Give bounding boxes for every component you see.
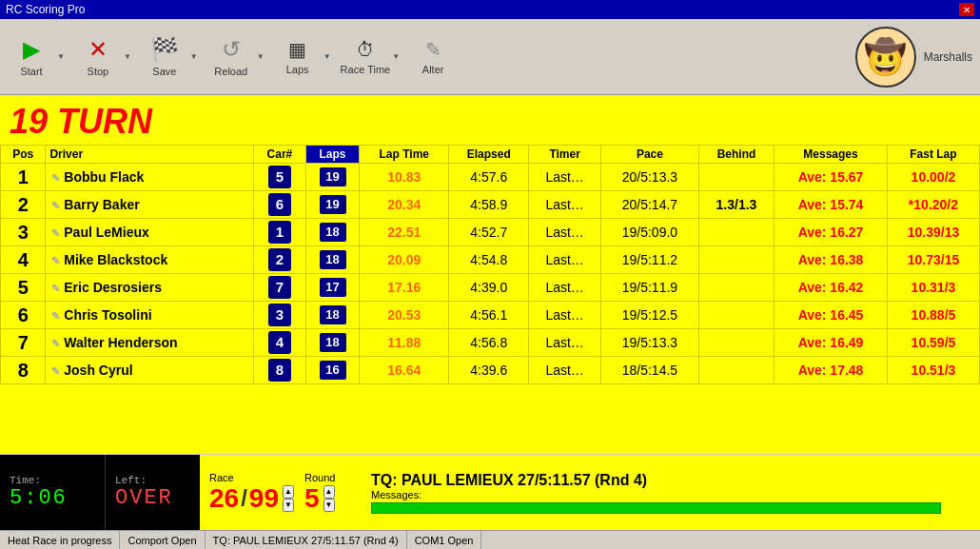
col-laps: Laps bbox=[305, 146, 360, 164]
edit-icon[interactable]: ✎ bbox=[51, 255, 60, 266]
edit-icon[interactable]: ✎ bbox=[51, 172, 60, 184]
laps-badge: 19 bbox=[320, 195, 346, 214]
col-pace: Pace bbox=[600, 146, 698, 164]
cell-fastlap: 10.39/13 bbox=[887, 219, 979, 246]
col-fastlap: Fast Lap bbox=[887, 146, 979, 164]
cell-pace: 20/5:13.3 bbox=[600, 164, 698, 191]
messages-label: Messages: bbox=[371, 489, 970, 500]
car-badge: 6 bbox=[268, 193, 291, 216]
table-row: 5✎ Eric Desrosiers71717.164:39.0Last…19/… bbox=[1, 274, 980, 302]
reload-button[interactable]: ↺ Reload bbox=[207, 36, 255, 77]
race-slash: / bbox=[241, 485, 247, 512]
tq-text: TQ: PAUL LEMIEUX 27/5:11.57 (Rnd 4) bbox=[371, 472, 970, 489]
reload-icon: ↺ bbox=[222, 36, 241, 63]
cell-elapsed: 4:57.6 bbox=[449, 164, 529, 191]
cell-driver: ✎ Chris Tosolini bbox=[46, 302, 254, 329]
round-up-button[interactable]: ▲ bbox=[323, 485, 335, 499]
cell-fastlap: 10.88/5 bbox=[887, 302, 979, 329]
cell-driver: ✎ Eric Desrosiers bbox=[46, 274, 254, 302]
left-display: Left: OVER bbox=[105, 455, 200, 530]
round-counter-display: Round 5 ▲ ▼ bbox=[295, 455, 362, 530]
stop-icon: ✕ bbox=[88, 36, 108, 63]
round-value: 5 bbox=[304, 483, 320, 514]
car-badge: 3 bbox=[268, 304, 291, 326]
cell-laps: 19 bbox=[305, 164, 360, 191]
cell-fastlap: *10.20/2 bbox=[887, 191, 979, 219]
race-down-button[interactable]: ▼ bbox=[283, 499, 294, 512]
cell-carnum: 1 bbox=[254, 219, 306, 246]
table-row: 7✎ Walter Henderson41811.884:56.8Last…19… bbox=[1, 329, 980, 357]
cell-laptime: 20.53 bbox=[360, 302, 449, 329]
race-time-dropdown-arrow[interactable]: ▼ bbox=[392, 52, 400, 61]
marshalls-label: Marshalls bbox=[924, 50, 972, 64]
edit-icon[interactable]: ✎ bbox=[51, 227, 60, 239]
cell-carnum: 5 bbox=[254, 164, 306, 191]
cell-laps: 18 bbox=[305, 219, 360, 246]
cell-behind bbox=[698, 274, 774, 302]
race-time-icon: ⏱ bbox=[356, 39, 375, 61]
cell-laptime: 17.16 bbox=[360, 274, 449, 302]
time-display: Time: 5:06 bbox=[0, 455, 105, 530]
laps-badge: 18 bbox=[320, 305, 346, 324]
laps-badge: 18 bbox=[320, 250, 346, 269]
reload-label: Reload bbox=[214, 66, 247, 77]
table-header-row: Pos Driver Car# Laps Lap Time Elapsed Ti… bbox=[1, 146, 980, 164]
cell-elapsed: 4:39.6 bbox=[449, 357, 529, 384]
race-up-button[interactable]: ▲ bbox=[283, 485, 294, 499]
time-label: Time: bbox=[10, 475, 95, 486]
cell-laptime: 20.34 bbox=[360, 191, 449, 219]
cell-pos: 4 bbox=[1, 246, 46, 274]
stop-button[interactable]: ✕ Stop bbox=[74, 36, 122, 77]
cell-pos: 8 bbox=[1, 357, 46, 384]
edit-icon[interactable]: ✎ bbox=[51, 283, 60, 294]
table-row: 8✎ Josh Cyrul81616.644:39.6Last…18/5:14.… bbox=[1, 357, 980, 384]
race-counter-display: Race 26 / 99 ▲ ▼ bbox=[200, 455, 295, 530]
col-carnum: Car# bbox=[254, 146, 306, 164]
edit-icon[interactable]: ✎ bbox=[51, 338, 60, 349]
cell-driver: ✎ Barry Baker bbox=[46, 191, 254, 219]
status-item-1: Heat Race in progress bbox=[0, 531, 120, 549]
cell-pace: 18/5:14.5 bbox=[600, 357, 698, 384]
start-button[interactable]: ▶ Start bbox=[8, 36, 55, 77]
close-button[interactable]: ✕ bbox=[959, 3, 974, 16]
cell-carnum: 4 bbox=[254, 329, 306, 357]
cell-timer: Last… bbox=[529, 246, 601, 274]
cell-pos: 3 bbox=[1, 219, 46, 246]
avatar: 🤠 bbox=[855, 27, 916, 88]
race-time-button[interactable]: ⏱ Race Time bbox=[341, 39, 391, 75]
save-label: Save bbox=[152, 66, 176, 77]
alter-button[interactable]: ✎ Alter bbox=[409, 38, 457, 75]
cell-behind bbox=[698, 329, 774, 357]
cell-driver: ✎ Walter Henderson bbox=[46, 329, 254, 357]
table-row: 4✎ Mike Blackstock21820.094:54.8Last…19/… bbox=[1, 246, 980, 274]
car-badge: 4 bbox=[268, 331, 291, 354]
laps-dropdown-arrow[interactable]: ▼ bbox=[323, 52, 331, 61]
cell-laptime: 11.88 bbox=[360, 329, 449, 357]
edit-icon[interactable]: ✎ bbox=[51, 310, 60, 322]
cell-elapsed: 4:39.0 bbox=[449, 274, 529, 302]
round-counter-label: Round bbox=[304, 472, 352, 483]
cell-elapsed: 4:52.7 bbox=[449, 219, 529, 246]
cell-laps: 19 bbox=[305, 191, 360, 219]
cell-messages: Ave: 16.42 bbox=[774, 274, 888, 302]
cell-behind: 1.3/1.3 bbox=[698, 191, 774, 219]
edit-icon[interactable]: ✎ bbox=[51, 365, 60, 377]
cell-carnum: 6 bbox=[254, 191, 306, 219]
cell-laptime: 10.83 bbox=[360, 164, 449, 191]
app-title: RC Scoring Pro bbox=[6, 3, 85, 16]
cell-behind bbox=[698, 164, 774, 191]
save-button[interactable]: 🏁 Save bbox=[141, 36, 188, 77]
reload-dropdown-arrow[interactable]: ▼ bbox=[257, 52, 265, 61]
race-title: 19 TURN bbox=[0, 95, 980, 145]
laps-badge: 19 bbox=[320, 167, 346, 186]
save-dropdown-arrow[interactable]: ▼ bbox=[190, 52, 198, 61]
bottom-panel: Time: 5:06 Left: OVER Race 26 / 99 ▲ ▼ R… bbox=[0, 454, 980, 530]
start-dropdown-arrow[interactable]: ▼ bbox=[57, 52, 65, 61]
edit-icon[interactable]: ✎ bbox=[51, 200, 60, 211]
cell-behind bbox=[698, 219, 774, 246]
cell-messages: Ave: 16.49 bbox=[774, 329, 888, 357]
round-down-button[interactable]: ▼ bbox=[323, 499, 335, 512]
cell-laps: 16 bbox=[305, 357, 360, 384]
stop-dropdown-arrow[interactable]: ▼ bbox=[124, 52, 131, 61]
laps-button[interactable]: ▦ Laps bbox=[274, 38, 322, 75]
